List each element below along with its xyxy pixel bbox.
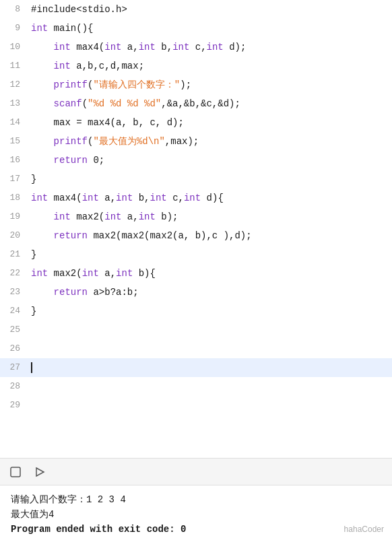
line-number: 27 [0, 358, 28, 377]
code-line: 10 int max4(int a,int b,int c,int d); [0, 38, 392, 57]
line-number: 21 [0, 245, 28, 264]
code-area: 8#include<stdio.h>9int main(){10 int max… [0, 0, 392, 415]
output-area: 请输入四个数字：1 2 3 4最大值为4Program ended with e… [0, 485, 392, 538]
line-number: 23 [0, 283, 28, 302]
line-content[interactable]: return max2(max2(max2(a, b),c ),d); [28, 226, 392, 245]
code-line: 16 return 0; [0, 151, 392, 170]
line-number: 22 [0, 264, 28, 283]
line-content[interactable]: printf("请输入四个数字："); [28, 75, 392, 94]
code-line: 18int max4(int a,int b,int c,int d){ [0, 189, 392, 207]
code-line: 21} [0, 245, 392, 264]
line-number: 12 [0, 75, 28, 94]
line-content[interactable]: max = max4(a, b, c, d); [28, 113, 392, 132]
line-content[interactable]: int max2(int a,int b){ [28, 264, 392, 283]
line-number: 19 [0, 207, 28, 226]
line-content[interactable]: } [28, 245, 392, 264]
output-line: 最大值为4 [11, 507, 381, 522]
line-number: 10 [0, 38, 28, 57]
code-line: 13 scanf("%d %d %d %d",&a,&b,&c,&d); [0, 94, 392, 113]
line-number: 9 [0, 19, 28, 38]
stop-icon[interactable] [8, 465, 23, 479]
watermark: hahaCoder [344, 522, 384, 537]
code-line: 11 int a,b,c,d,max; [0, 57, 392, 75]
line-content[interactable]: } [28, 302, 392, 321]
text-cursor [31, 362, 32, 373]
line-content[interactable]: #include<stdio.h> [28, 0, 392, 19]
code-line: 25 [0, 321, 392, 339]
code-line: 12 printf("请输入四个数字："); [0, 75, 392, 94]
line-number: 16 [0, 151, 28, 170]
play-icon[interactable] [32, 465, 47, 479]
code-line: 19 int max2(int a,int b); [0, 207, 392, 226]
line-content[interactable] [28, 358, 392, 377]
line-number: 25 [0, 321, 28, 339]
code-line: 26 [0, 339, 392, 358]
code-line: 28 [0, 377, 392, 396]
code-line: 15 printf("最大值为%d\n",max); [0, 132, 392, 151]
line-content[interactable]: int main(){ [28, 19, 392, 38]
code-line: 29 [0, 396, 392, 415]
code-line: 22int max2(int a,int b){ [0, 264, 392, 283]
code-editor: 8#include<stdio.h>9int main(){10 int max… [0, 0, 392, 458]
output-line: 请输入四个数字：1 2 3 4 [11, 492, 381, 507]
line-content[interactable]: printf("最大值为%d\n",max); [28, 132, 392, 151]
line-number: 26 [0, 339, 28, 358]
code-line: 20 return max2(max2(max2(a, b),c ),d); [0, 226, 392, 245]
line-number: 18 [0, 189, 28, 207]
code-line: 9int main(){ [0, 19, 392, 38]
line-content[interactable]: scanf("%d %d %d %d",&a,&b,&c,&d); [28, 94, 392, 113]
line-number: 8 [0, 0, 28, 19]
line-content[interactable]: int max4(int a,int b,int c,int d){ [28, 189, 392, 207]
code-line: 27 [0, 358, 392, 377]
line-content[interactable]: return 0; [28, 151, 392, 170]
code-line: 24} [0, 302, 392, 321]
line-number: 24 [0, 302, 28, 321]
toolbar [0, 458, 392, 485]
line-number: 28 [0, 377, 28, 396]
code-line: 17} [0, 170, 392, 189]
line-number: 13 [0, 94, 28, 113]
line-content[interactable]: return a>b?a:b; [28, 283, 392, 302]
line-content[interactable]: int max2(int a,int b); [28, 207, 392, 226]
output-line: Program ended with exit code: 0 [11, 522, 381, 537]
line-content[interactable]: int max4(int a,int b,int c,int d); [28, 38, 392, 57]
line-number: 17 [0, 170, 28, 189]
line-number: 15 [0, 132, 28, 151]
line-number: 29 [0, 396, 28, 415]
code-line: 14 max = max4(a, b, c, d); [0, 113, 392, 132]
code-line: 8#include<stdio.h> [0, 0, 392, 19]
line-content[interactable]: int a,b,c,d,max; [28, 57, 392, 75]
line-number: 20 [0, 226, 28, 245]
line-content[interactable]: } [28, 170, 392, 189]
svg-rect-0 [11, 467, 20, 477]
line-number: 11 [0, 57, 28, 75]
line-number: 14 [0, 113, 28, 132]
code-line: 23 return a>b?a:b; [0, 283, 392, 302]
